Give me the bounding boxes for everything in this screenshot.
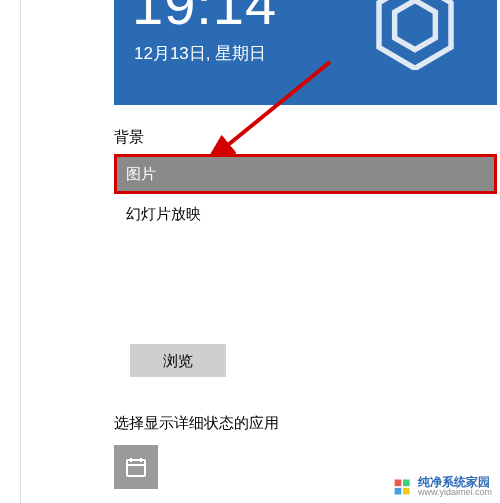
lock-screen-preview: 19:14 12月13日, 星期日	[114, 0, 497, 105]
dropdown-option-slideshow[interactable]: 幻灯片放映	[114, 194, 497, 234]
svg-marker-1	[395, 0, 436, 49]
svg-rect-8	[403, 479, 410, 486]
browse-button[interactable]: 浏览	[130, 344, 226, 377]
calendar-app-tile[interactable]	[114, 445, 158, 489]
watermark: 纯净系统家园 www.yidaimei.com	[393, 476, 492, 497]
vertical-divider	[20, 0, 21, 503]
calendar-icon	[124, 455, 148, 479]
hexagon-decoration-icon	[375, 0, 455, 70]
background-label: 背景	[114, 128, 497, 147]
background-dropdown[interactable]: 图片 幻灯片放映	[114, 154, 497, 234]
watermark-logo-icon	[393, 477, 413, 497]
svg-rect-9	[395, 487, 402, 494]
svg-rect-7	[395, 479, 402, 486]
svg-rect-3	[127, 460, 145, 476]
detail-status-app-label: 选择显示详细状态的应用	[114, 414, 279, 433]
svg-marker-0	[379, 0, 451, 68]
dropdown-option-picture[interactable]: 图片	[114, 154, 497, 194]
lock-time: 19:14	[132, 0, 277, 37]
watermark-url: www.yidaimei.com	[418, 488, 492, 497]
lock-date: 12月13日, 星期日	[134, 42, 266, 65]
svg-rect-10	[403, 487, 410, 494]
